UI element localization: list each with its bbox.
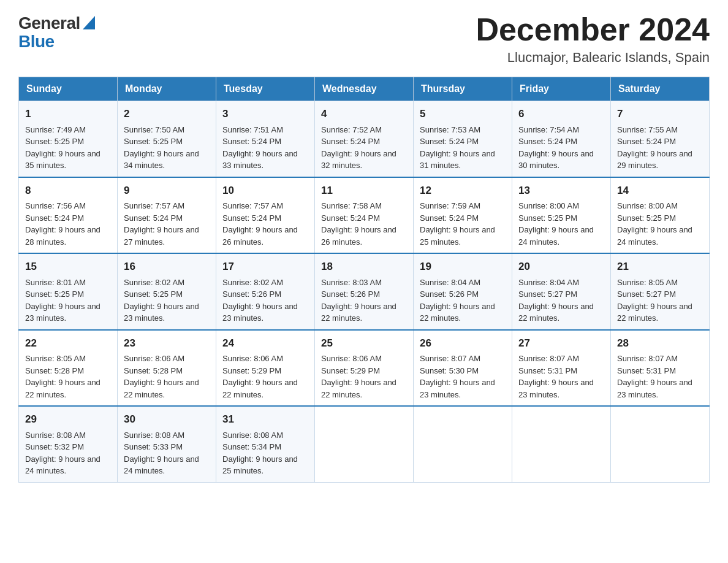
day-number: 12: [420, 183, 506, 199]
day-info: Sunrise: 8:07 AMSunset: 5:31 PMDaylight:…: [617, 353, 703, 400]
calendar-cell: [611, 406, 710, 482]
calendar-cell: 7Sunrise: 7:55 AMSunset: 5:24 PMDaylight…: [611, 101, 710, 177]
day-number: 13: [518, 183, 604, 199]
calendar-cell: 18Sunrise: 8:03 AMSunset: 5:26 PMDayligh…: [315, 253, 414, 330]
calendar-cell: 15Sunrise: 8:01 AMSunset: 5:25 PMDayligh…: [19, 253, 118, 330]
col-friday: Friday: [512, 77, 611, 101]
calendar-cell: 3Sunrise: 7:51 AMSunset: 5:24 PMDaylight…: [216, 101, 315, 177]
day-info: Sunrise: 8:04 AMSunset: 5:27 PMDaylight:…: [518, 277, 604, 324]
day-info: Sunrise: 7:57 AMSunset: 5:24 PMDaylight:…: [124, 200, 210, 248]
day-number: 8: [25, 183, 111, 199]
calendar-cell: [315, 406, 414, 482]
calendar-cell: 11Sunrise: 7:58 AMSunset: 5:24 PMDayligh…: [315, 177, 414, 254]
day-number: 25: [321, 335, 407, 351]
col-tuesday: Tuesday: [216, 77, 315, 101]
day-number: 23: [124, 335, 210, 351]
calendar-cell: 22Sunrise: 8:05 AMSunset: 5:28 PMDayligh…: [19, 330, 118, 407]
calendar-cell: 25Sunrise: 8:06 AMSunset: 5:29 PMDayligh…: [315, 330, 414, 407]
calendar-cell: 31Sunrise: 8:08 AMSunset: 5:34 PMDayligh…: [216, 406, 315, 482]
title-block: December 2024 Llucmajor, Balearic Island…: [476, 12, 710, 66]
day-number: 28: [617, 335, 703, 351]
day-info: Sunrise: 8:01 AMSunset: 5:25 PMDaylight:…: [25, 277, 111, 324]
calendar-cell: 1Sunrise: 7:49 AMSunset: 5:25 PMDaylight…: [19, 101, 118, 177]
day-number: 27: [518, 335, 604, 351]
day-info: Sunrise: 7:56 AMSunset: 5:24 PMDaylight:…: [25, 200, 111, 248]
page-header: General Blue December 2024 Llucmajor, Ba…: [18, 12, 710, 66]
calendar-cell: 17Sunrise: 8:02 AMSunset: 5:26 PMDayligh…: [216, 253, 315, 330]
calendar-cell: 26Sunrise: 8:07 AMSunset: 5:30 PMDayligh…: [414, 330, 512, 407]
calendar-cell: 4Sunrise: 7:52 AMSunset: 5:24 PMDaylight…: [315, 101, 414, 177]
logo-blue-text: Blue: [18, 32, 55, 52]
calendar-cell: 2Sunrise: 7:50 AMSunset: 5:25 PMDaylight…: [118, 101, 216, 177]
col-monday: Monday: [118, 77, 216, 101]
day-number: 1: [25, 106, 111, 122]
col-wednesday: Wednesday: [315, 77, 414, 101]
day-number: 4: [321, 106, 407, 122]
day-number: 10: [222, 183, 308, 199]
day-number: 15: [25, 259, 111, 275]
day-number: 22: [25, 335, 111, 351]
logo-general-text: General: [18, 15, 80, 32]
day-info: Sunrise: 8:08 AMSunset: 5:32 PMDaylight:…: [25, 429, 111, 477]
day-info: Sunrise: 8:06 AMSunset: 5:29 PMDaylight:…: [321, 353, 407, 400]
logo-triangle-icon: [83, 16, 95, 32]
calendar-cell: 14Sunrise: 8:00 AMSunset: 5:25 PMDayligh…: [611, 177, 710, 254]
calendar-cell: 8Sunrise: 7:56 AMSunset: 5:24 PMDaylight…: [19, 177, 118, 254]
day-info: Sunrise: 7:51 AMSunset: 5:24 PMDaylight:…: [222, 124, 308, 172]
calendar-cell: 9Sunrise: 7:57 AMSunset: 5:24 PMDaylight…: [118, 177, 216, 254]
calendar-cell: 30Sunrise: 8:08 AMSunset: 5:33 PMDayligh…: [118, 406, 216, 482]
day-info: Sunrise: 8:07 AMSunset: 5:30 PMDaylight:…: [420, 353, 506, 400]
day-info: Sunrise: 8:05 AMSunset: 5:27 PMDaylight:…: [617, 277, 703, 324]
day-info: Sunrise: 7:49 AMSunset: 5:25 PMDaylight:…: [25, 124, 111, 172]
day-number: 20: [518, 259, 604, 275]
calendar-cell: 29Sunrise: 8:08 AMSunset: 5:32 PMDayligh…: [19, 406, 118, 482]
day-number: 6: [518, 106, 604, 122]
calendar-cell: 21Sunrise: 8:05 AMSunset: 5:27 PMDayligh…: [611, 253, 710, 330]
calendar-cell: [414, 406, 512, 482]
day-number: 24: [222, 335, 308, 351]
calendar-cell: 13Sunrise: 8:00 AMSunset: 5:25 PMDayligh…: [512, 177, 611, 254]
day-info: Sunrise: 8:06 AMSunset: 5:28 PMDaylight:…: [124, 353, 210, 400]
logo: General Blue: [18, 12, 95, 52]
day-info: Sunrise: 8:05 AMSunset: 5:28 PMDaylight:…: [25, 353, 111, 400]
day-info: Sunrise: 8:00 AMSunset: 5:25 PMDaylight:…: [518, 200, 604, 248]
day-info: Sunrise: 8:03 AMSunset: 5:26 PMDaylight:…: [321, 277, 407, 324]
day-number: 16: [124, 259, 210, 275]
calendar-cell: 10Sunrise: 7:57 AMSunset: 5:24 PMDayligh…: [216, 177, 315, 254]
day-number: 5: [420, 106, 506, 122]
calendar-week-row: 22Sunrise: 8:05 AMSunset: 5:28 PMDayligh…: [19, 330, 710, 407]
svg-marker-0: [83, 16, 95, 29]
day-number: 14: [617, 183, 703, 199]
col-thursday: Thursday: [414, 77, 512, 101]
day-number: 11: [321, 183, 407, 199]
day-info: Sunrise: 8:02 AMSunset: 5:25 PMDaylight:…: [124, 277, 210, 324]
calendar-cell: 23Sunrise: 8:06 AMSunset: 5:28 PMDayligh…: [118, 330, 216, 407]
day-info: Sunrise: 7:58 AMSunset: 5:24 PMDaylight:…: [321, 200, 407, 248]
calendar-cell: 6Sunrise: 7:54 AMSunset: 5:24 PMDaylight…: [512, 101, 611, 177]
day-number: 31: [222, 412, 308, 427]
calendar-header-row: Sunday Monday Tuesday Wednesday Thursday…: [19, 77, 710, 101]
day-info: Sunrise: 8:00 AMSunset: 5:25 PMDaylight:…: [617, 200, 703, 248]
calendar-week-row: 29Sunrise: 8:08 AMSunset: 5:32 PMDayligh…: [19, 406, 710, 482]
day-info: Sunrise: 7:59 AMSunset: 5:24 PMDaylight:…: [420, 200, 506, 248]
day-info: Sunrise: 8:04 AMSunset: 5:26 PMDaylight:…: [420, 277, 506, 324]
calendar-cell: [512, 406, 611, 482]
calendar-cell: 20Sunrise: 8:04 AMSunset: 5:27 PMDayligh…: [512, 253, 611, 330]
calendar-cell: 28Sunrise: 8:07 AMSunset: 5:31 PMDayligh…: [611, 330, 710, 407]
calendar-week-row: 15Sunrise: 8:01 AMSunset: 5:25 PMDayligh…: [19, 253, 710, 330]
day-number: 17: [222, 259, 308, 275]
day-info: Sunrise: 8:08 AMSunset: 5:33 PMDaylight:…: [124, 429, 210, 477]
calendar-week-row: 1Sunrise: 7:49 AMSunset: 5:25 PMDaylight…: [19, 101, 710, 177]
day-info: Sunrise: 7:55 AMSunset: 5:24 PMDaylight:…: [617, 124, 703, 172]
calendar-table: Sunday Monday Tuesday Wednesday Thursday…: [18, 77, 710, 483]
calendar-cell: 27Sunrise: 8:07 AMSunset: 5:31 PMDayligh…: [512, 330, 611, 407]
month-title: December 2024: [476, 12, 710, 47]
day-info: Sunrise: 8:06 AMSunset: 5:29 PMDaylight:…: [222, 353, 308, 400]
day-number: 18: [321, 259, 407, 275]
day-number: 9: [124, 183, 210, 199]
calendar-cell: 5Sunrise: 7:53 AMSunset: 5:24 PMDaylight…: [414, 101, 512, 177]
col-sunday: Sunday: [19, 77, 118, 101]
calendar-cell: 12Sunrise: 7:59 AMSunset: 5:24 PMDayligh…: [414, 177, 512, 254]
day-info: Sunrise: 7:52 AMSunset: 5:24 PMDaylight:…: [321, 124, 407, 172]
calendar-cell: 16Sunrise: 8:02 AMSunset: 5:25 PMDayligh…: [118, 253, 216, 330]
